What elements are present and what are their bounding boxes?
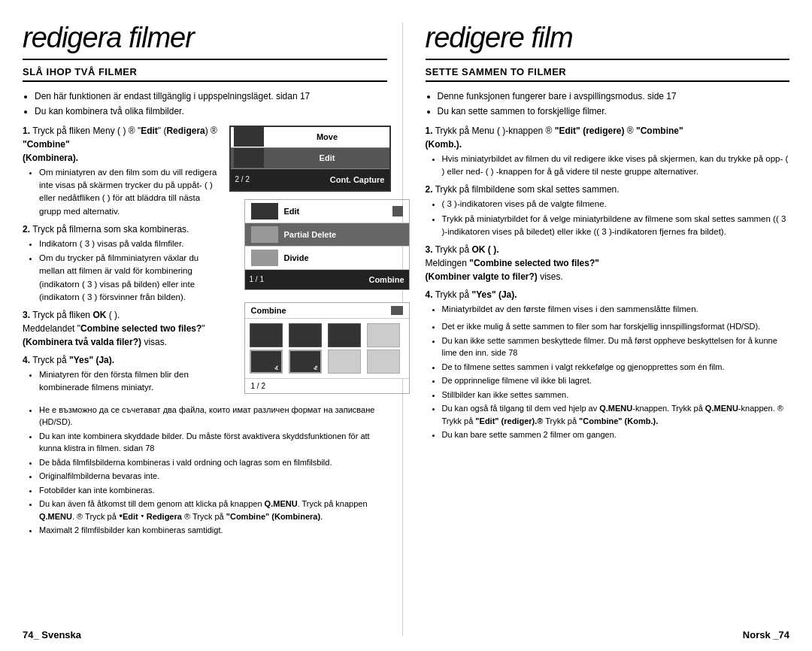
footer-right: Norsk _74 — [743, 629, 789, 640]
ep-label-edit: Edit — [284, 207, 392, 216]
cp-cell-1 — [250, 323, 283, 347]
combine-header-label: Combine — [251, 306, 286, 315]
cp-cell-5: 1 — [250, 350, 283, 374]
left-note-3: De båda filmfilsbilderna kombineras i va… — [39, 456, 387, 469]
ep-row-edit: Edit — [245, 200, 409, 223]
right-notes: Det er ikke mulig å sette sammen to file… — [426, 320, 790, 441]
page-indicator-1: 2 / 2 — [235, 175, 250, 183]
right-step-3: 3. Trykk på OK ( ). Meldingen "Combine s… — [426, 243, 790, 283]
thumb-edit — [234, 148, 264, 168]
ep-row-divide: Divide — [245, 247, 409, 270]
left-section-title: SLÅ IHOP TVÅ FILMER — [23, 66, 387, 82]
left-bullet-2: Du kan kombinera två olika filmbilder. — [35, 104, 387, 118]
right-column: redigere film SETTE SAMMEN TO FILMER Den… — [403, 23, 790, 636]
right-note-5: Stillbilder kan ikke settes sammen. — [442, 389, 790, 401]
ep-row-footer: 1 / 1 Combine — [245, 270, 409, 289]
cp-grid: 1 2 — [245, 319, 409, 378]
right-note-6: Du kan også få tilgang til dem ved hjelp… — [442, 402, 790, 427]
footer: 74_ Svenska Norsk _74 — [23, 629, 789, 640]
cp-header: Combine — [245, 303, 409, 319]
right-section-title: SETTE SAMMEN TO FILMER — [426, 66, 790, 82]
cp-header-icon — [391, 306, 403, 315]
cp-cell-4 — [367, 323, 400, 347]
right-note-4: De opprinnelige filmene vil ikke bli lag… — [442, 374, 790, 387]
cp-footer: 1 / 2 — [245, 378, 409, 393]
page-indicator-2: 1 / 1 — [250, 275, 264, 283]
ep-icon — [392, 206, 403, 216]
left-note-7: Maximalt 2 filmfilsbilder kan kombineras… — [39, 524, 387, 537]
cp-cell-8 — [367, 350, 400, 374]
ep-thumb-divide — [251, 250, 278, 266]
ep-row-partial: Partial Delete — [245, 223, 409, 247]
left-note-5: Fotobilder kan inte kombineras. — [39, 484, 387, 497]
left-note-6: Du kan även få åtkomst till dem genom at… — [39, 498, 387, 522]
right-note-2: Du kan ikke sette sammen beskyttede film… — [442, 335, 790, 359]
right-step1-sub: Hvis miniatyrbildet av filmen du vil red… — [442, 153, 790, 179]
left-note-4: Originalfilmbilderna bevaras inte. — [39, 470, 387, 483]
left-step-1: 1. Tryck på fliken Meny ( ) ® "Edit" (Re… — [23, 124, 222, 218]
panel-combine-grid: Combine 1 2 — [244, 302, 410, 394]
cp-cell-7 — [328, 350, 361, 374]
left-title: redigera filmer — [23, 23, 387, 54]
right-divider — [426, 59, 790, 60]
panel-row-move: Move — [231, 127, 389, 148]
right-bullet-2: Du kan sette sammen to forskjellige film… — [438, 104, 790, 118]
left-note-1: Не е възможно да се съчетават два файла,… — [39, 404, 387, 428]
right-note-1: Det er ikke mulig å sette sammen to file… — [442, 320, 790, 333]
ep-label-divide: Divide — [284, 253, 403, 262]
left-step-3: 3. Tryck på fliken OK ( ). Meddelandet "… — [23, 308, 222, 349]
cont-capture-label: Cont. Capture — [330, 175, 385, 184]
right-step-2: 2. Trykk på filmbildene som skal settes … — [426, 183, 790, 238]
right-note-7: Du kan bare sette sammen 2 filmer om gan… — [442, 428, 790, 441]
left-notes: Не е възможно да се съчетават два файла,… — [23, 404, 387, 537]
right-step-1: 1. Trykk på Menu ( )-knappen ® "Edit" (r… — [426, 124, 790, 179]
label-edit: Edit — [268, 153, 386, 162]
cp-cell-2 — [289, 323, 322, 347]
combine-label: Combine — [368, 275, 404, 284]
label-move: Move — [268, 132, 386, 141]
left-bullet-1: Den här funktionen är endast tillgänglig… — [35, 89, 387, 103]
left-divider — [23, 59, 387, 60]
page-indicator-3: 1 / 2 — [251, 382, 265, 390]
left-note-2: Du kan inte kombinera skyddade bilder. D… — [39, 430, 387, 455]
thumb-move — [234, 127, 264, 147]
panel-edit-menu: Edit Partial Delete Divide 1 / 1 Combine — [244, 199, 410, 290]
cp-num-2: 2 — [314, 365, 318, 371]
right-title: redigere film — [426, 23, 790, 54]
left-step1-sub: Om miniatyren av den film som du vill re… — [39, 166, 222, 218]
right-step2-sub1: ( 3 )-indikatoren vises på de valgte fil… — [442, 198, 790, 210]
left-step2-sub1: Indikatorn ( 3 ) visas på valda filmfile… — [39, 238, 222, 250]
ep-thumb-edit — [251, 203, 278, 220]
cp-num-1: 1 — [274, 365, 279, 371]
right-note-3: De to filmene settes sammen i valgt rekk… — [442, 361, 790, 374]
right-step4-sub: Miniatyrbildet av den første filmen vise… — [442, 303, 790, 316]
right-step-4: 4. Trykk på "Yes" (Ja). Miniatyrbildet a… — [426, 288, 790, 316]
left-step-4: 4. Tryck på "Yes" (Ja). Miniatyren för d… — [23, 353, 222, 395]
left-step2-sub2: Om du trycker på filmminiatyren växlar d… — [39, 252, 222, 304]
right-bullet-1: Denne funksjonen fungerer bare i avspill… — [438, 89, 790, 103]
right-intro-bullets: Denne funksjonen fungerer bare i avspill… — [426, 89, 790, 118]
left-step4-sub: Miniatyren för den första filmen blir de… — [39, 368, 222, 395]
left-intro-bullets: Den här funktionen är endast tillgänglig… — [23, 89, 387, 118]
cp-cell-3 — [328, 323, 361, 347]
panel-row-edit: Edit — [231, 148, 389, 169]
left-column: redigera filmer SLÅ IHOP TVÅ FILMER Den … — [23, 23, 403, 636]
left-step-2: 2. Tryck på filmerna som ska kombineras.… — [23, 223, 222, 304]
footer-left: 74_ Svenska — [23, 629, 81, 640]
right-step2-sub2: Trykk på miniatyrbildet for å velge mini… — [442, 213, 790, 239]
panel-move-edit: Move Edit 2 / 2 Cont. Capture — [229, 126, 391, 192]
cp-cell-6: 2 — [289, 350, 322, 374]
ep-label-partial: Partial Delete — [284, 230, 403, 239]
ep-thumb-partial — [251, 226, 278, 243]
panel-row-header: 2 / 2 Cont. Capture — [231, 169, 389, 190]
